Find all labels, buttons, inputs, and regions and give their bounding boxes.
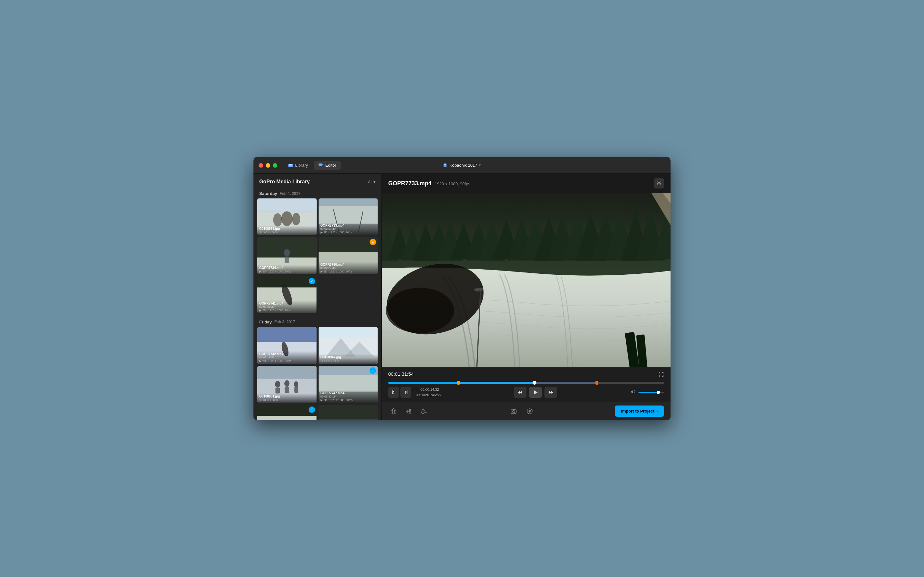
fullscreen-button[interactable] [658, 372, 664, 379]
media-meta: ▶ 2D · 1920 x 1080, 90fps [320, 231, 376, 234]
in-out-buttons [388, 387, 411, 398]
document-icon [443, 163, 447, 168]
svg-rect-3 [318, 163, 322, 166]
mark-in-button[interactable] [388, 387, 399, 398]
volume-fill [638, 392, 658, 393]
bottom-toolbar: 90° [382, 402, 670, 420]
project-chevron-icon[interactable]: ▾ [479, 163, 481, 167]
maximize-button[interactable] [273, 163, 277, 168]
library-icon [288, 163, 293, 168]
svg-rect-7 [444, 164, 446, 165]
volume-slider[interactable] [638, 392, 664, 393]
svg-point-49 [294, 382, 298, 387]
svg-rect-27 [318, 237, 378, 252]
svg-point-47 [284, 380, 289, 387]
list-item[interactable]: GOPR7742.mp4 00:02:19:55 ▶ 2D · 1920 x 1… [257, 327, 317, 364]
svg-point-95 [409, 412, 411, 413]
photo-icon-small: ⊞ [320, 359, 323, 363]
traffic-lights [258, 163, 277, 168]
svg-rect-50 [294, 387, 298, 393]
sidebar-header: GoPro Media Library All ▾ [254, 174, 381, 189]
friday-media-grid: GOPR7742.mp4 00:02:19:55 ▶ 2D · 1920 x 1… [257, 327, 378, 420]
svg-point-24 [284, 249, 290, 256]
main-panel: GOPR7733.mp4 1920 x 1080, 90fps [382, 174, 670, 420]
editor-tab[interactable]: Editor [314, 161, 341, 170]
friday-header: Friday Feb 3, 2017 [257, 317, 378, 327]
out-marker[interactable] [596, 381, 598, 385]
preview-resolution: 1920 x 1080, 90fps [435, 181, 470, 186]
svg-rect-1 [289, 164, 292, 165]
in-marker[interactable] [457, 381, 460, 385]
filter-button[interactable]: All ▾ [368, 179, 376, 184]
list-item[interactable]: GOPR7741.mp4 00:00:33:20 ▶ 2D · 1920 x 1… [257, 276, 317, 313]
rewind-button[interactable] [514, 387, 527, 398]
minimize-button[interactable] [266, 163, 270, 168]
media-info: GOPR7741.mp4 00:00:33:20 ▶ 2D · 1920 x 1… [257, 300, 317, 313]
media-info: GOPR7742.mp4 00:02:19:55 ▶ 2D · 1920 x 1… [257, 351, 317, 364]
video-icon-small: ▶ [320, 231, 323, 234]
svg-text:90°: 90° [424, 411, 427, 414]
video-icon-small: ▶ [320, 270, 323, 273]
svg-point-14 [292, 213, 300, 226]
library-tab[interactable]: Library [284, 161, 312, 170]
svg-rect-2 [289, 165, 291, 166]
forward-button[interactable] [544, 387, 557, 398]
main-content: GoPro Media Library All ▾ Saturday Feb 4… [254, 174, 670, 420]
loop-button[interactable]: 90° [418, 406, 429, 417]
list-item[interactable]: G0108935.jpg ⊞ 4000 x 3000 [257, 198, 317, 235]
trim-button[interactable] [403, 406, 414, 417]
import-label: Import to Project [621, 409, 654, 414]
list-item[interactable]: GOPR7747.mp4 00:05:31:18 ▶ 2D · 1920 x 1… [318, 366, 378, 403]
video-preview [382, 193, 670, 367]
preview-title: GOPR7733.mp4 1920 x 1080, 90fps [388, 180, 470, 187]
media-meta: ▶ 2D · 1920 x 1080, 90fps [259, 309, 315, 312]
title-bar: Library Editor Kopaonik 2017 [254, 157, 670, 174]
capture-button[interactable] [508, 406, 519, 417]
in-out-info: In: 00:00:14:32 Out: 00:01:46:55 [415, 387, 441, 398]
svg-point-45 [275, 381, 280, 388]
svg-rect-10 [257, 198, 317, 211]
toolbar-right: Import to Project › [615, 406, 664, 417]
mark-out-button[interactable] [401, 387, 411, 398]
photo-icon-small: ⊞ [259, 231, 262, 234]
thumbnail [318, 405, 378, 420]
play-button[interactable] [529, 387, 542, 398]
settings-button[interactable] [654, 178, 664, 189]
thumbnail [257, 405, 317, 420]
volume-handle[interactable] [657, 391, 660, 394]
media-info: G0108935.jpg ⊞ 4000 x 3000 [257, 226, 317, 235]
list-item[interactable]: GOPR7750.mp4 00:01:12:51 ▶ 2D · 1920 x 1… [318, 405, 378, 420]
timeline-handle[interactable] [533, 381, 536, 385]
friday-section: Friday Feb 3, 2017 [254, 317, 381, 420]
close-button[interactable] [258, 163, 263, 168]
stabilize-button[interactable] [388, 406, 399, 417]
list-item[interactable]: G0108951.jpg ⊞ 4000 x 3000 [257, 366, 317, 403]
project-title: Kopaonik 2017 ▾ [443, 163, 481, 168]
media-info: G0108951.jpg ⊞ 4000 x 3000 [257, 393, 317, 403]
preview-filename: GOPR7733.mp4 [388, 180, 431, 187]
import-to-project-button[interactable]: Import to Project › [615, 406, 664, 417]
media-filename: GOPR7741.mp4 [259, 301, 315, 305]
video-icon-small: ▶ [259, 270, 262, 273]
volume-section [630, 389, 664, 396]
list-item[interactable]: GOPR7748.mp4 00:03:00:45 ▶ 2D · 1920 x 1… [257, 405, 317, 420]
media-filename: GOPR7734.mp4 [259, 266, 315, 269]
list-item[interactable]: GOPR7734.mp4 ▶ 2D · 1920 x 1080, 90fps [257, 237, 317, 274]
list-item[interactable]: GOPR7740.mp4 00:02:27:45 ▶ 2D · 1920 x 1… [318, 237, 378, 274]
svg-rect-46 [276, 388, 280, 393]
svg-point-61 [658, 183, 660, 184]
volume-icon[interactable] [630, 389, 636, 396]
video-canvas [382, 193, 670, 367]
timeline-bar[interactable] [388, 382, 664, 384]
saturday-day-date: Feb 4, 2017 [280, 191, 300, 196]
library-tab-label: Library [295, 163, 308, 168]
media-meta: ▶ 2D · 1920 x 1080, 90fps [320, 398, 376, 402]
list-item[interactable]: GOPR7733.mp4 00:02:53:49 ▶ 2D · 1920 x 1… [318, 198, 378, 235]
list-item[interactable]: G0108947.jpg ⊞ 4000 x 3000 [318, 327, 378, 364]
svg-rect-59 [318, 405, 378, 420]
svg-rect-43 [257, 366, 317, 379]
svg-rect-57 [257, 416, 317, 420]
check-badge: ✓ [309, 278, 315, 284]
upload-button[interactable] [524, 406, 535, 417]
svg-point-87 [386, 288, 454, 334]
